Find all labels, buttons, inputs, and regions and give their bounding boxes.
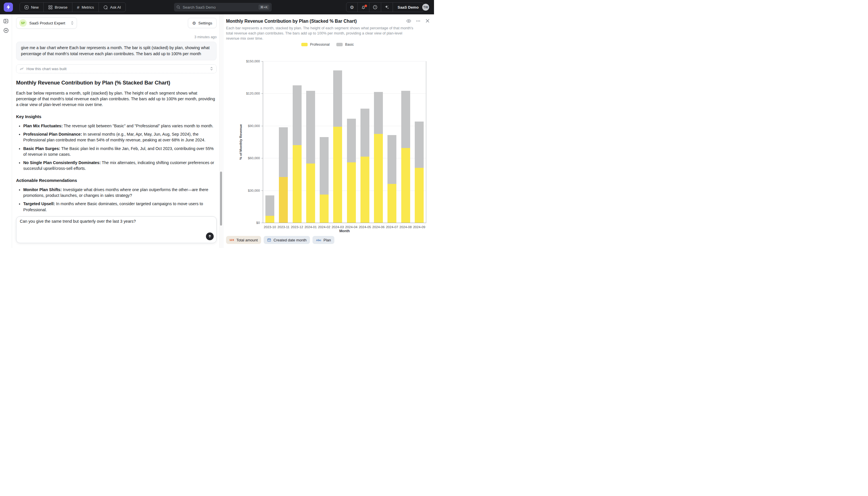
bar-2024-04[interactable] — [347, 119, 356, 223]
chevron-selector-icon — [210, 67, 213, 71]
new-button[interactable]: New — [20, 3, 44, 12]
ask-ai-button[interactable]: Ask AI — [99, 3, 126, 12]
bar-2024-09[interactable] — [415, 122, 424, 223]
more-options-button[interactable] — [416, 18, 421, 24]
bar-segment-professional[interactable] — [360, 157, 369, 223]
bar-2024-03[interactable] — [333, 71, 342, 223]
y-axis-tick — [261, 126, 263, 126]
bar-segment-professional[interactable] — [347, 162, 356, 223]
bar-2024-08[interactable] — [401, 91, 410, 223]
send-button[interactable] — [206, 232, 214, 240]
bar-2023-11[interactable] — [279, 127, 288, 223]
settings-icon-button[interactable]: ⚙ — [347, 3, 358, 12]
bar-2023-12[interactable] — [293, 86, 302, 223]
bar-segment-professional[interactable] — [387, 184, 396, 223]
how-chart-built-toggle[interactable]: How this chart was built — [16, 64, 216, 73]
bar-2024-07[interactable] — [387, 135, 396, 223]
ask-ai-button-label: Ask AI — [110, 5, 121, 10]
y-axis-tick — [261, 190, 263, 191]
bar-segment-basic[interactable] — [279, 127, 288, 177]
bar-segment-basic[interactable] — [401, 91, 410, 148]
bar-segment-basic[interactable] — [320, 137, 328, 195]
bar-2024-02[interactable] — [320, 137, 328, 223]
y-axis-label: $150,000 — [235, 59, 260, 63]
bar-segment-basic[interactable] — [266, 196, 274, 216]
bar-segment-basic[interactable] — [387, 135, 396, 184]
chat-input[interactable]: Can you give the same trend but quarterl… — [20, 218, 204, 241]
list-item: No Single Plan Consistently Dominates: T… — [23, 160, 216, 171]
agent-selector[interactable]: SP SaaS Product Expert — [16, 17, 77, 29]
bar-segment-professional[interactable] — [415, 168, 424, 223]
chat-scrollbar-thumb[interactable] — [220, 172, 222, 226]
search-input[interactable]: Search SaaS Demo ⌘+K — [174, 3, 272, 12]
chart-panel-description: Each bar represents a month, stacked by … — [226, 26, 416, 41]
bar-2024-06[interactable] — [374, 92, 383, 223]
org-switcher[interactable]: SaaS Demo — [393, 3, 423, 12]
chat-scrollbar-track[interactable] — [220, 14, 222, 248]
y-axis-tick — [261, 93, 263, 94]
bar-2024-05[interactable] — [360, 109, 369, 223]
new-thread-button[interactable] — [3, 28, 9, 33]
help-button[interactable]: ? — [369, 3, 381, 12]
bar-segment-professional[interactable] — [279, 177, 288, 223]
app-logo[interactable] — [4, 3, 13, 12]
nav-button-group: New Browse # Metrics Ask AI — [19, 2, 126, 12]
bar-2024-01[interactable] — [306, 91, 315, 223]
agent-settings-button[interactable]: ⚙ Settings — [188, 18, 216, 28]
svg-text:?: ? — [374, 6, 376, 9]
bar-2023-10[interactable] — [266, 196, 274, 223]
bar-segment-professional[interactable] — [293, 145, 302, 223]
bar-segment-professional[interactable] — [333, 127, 342, 223]
bar-segment-professional[interactable] — [401, 148, 410, 223]
chart-panel-title: Monthly Revenue Contribution by Plan (St… — [226, 19, 398, 24]
top-navbar: New Browse # Metrics Ask AI Search SaaS … — [0, 0, 434, 14]
field-chip-plan[interactable]: Abc Plan — [312, 236, 334, 244]
field-chip-label: Total amount — [236, 238, 258, 242]
close-panel-button[interactable] — [425, 18, 430, 24]
plus-square-icon — [25, 5, 29, 10]
bar-segment-professional[interactable] — [374, 134, 383, 223]
view-details-button[interactable] — [406, 18, 411, 24]
bar-segment-professional[interactable] — [320, 195, 328, 222]
key-insights-list: Plan Mix Fluctuates: The revenue split b… — [16, 123, 216, 171]
bar-segment-professional[interactable] — [306, 164, 315, 223]
bar-segment-professional[interactable] — [266, 216, 274, 223]
list-item: Basic Plan Surges: The Basic plan led in… — [23, 146, 216, 157]
field-chip-total-amount[interactable]: 123 Total amount — [226, 236, 261, 244]
notifications-button[interactable] — [358, 3, 369, 12]
close-icon — [425, 18, 430, 23]
bar-segment-basic[interactable] — [333, 71, 342, 127]
legend-item-basic[interactable]: Basic — [336, 43, 354, 47]
user-avatar[interactable]: TW — [422, 4, 429, 11]
agent-avatar: SP — [19, 19, 27, 27]
search-shortcut-badge: ⌘+K — [258, 4, 269, 10]
ai-sparkles-button[interactable] — [381, 3, 393, 12]
how-chart-built-label: How this chart was built — [27, 67, 207, 71]
x-axis-line — [263, 223, 426, 223]
field-chip-label: Created date month — [273, 238, 306, 242]
bar-segment-basic[interactable] — [347, 119, 356, 162]
user-message-bubble: give me a bar chart where Each bar repre… — [16, 42, 216, 60]
y-axis-label: $60,000 — [235, 156, 260, 160]
legend-item-professional[interactable]: Professional — [301, 43, 329, 47]
legend-label: Professional — [310, 43, 329, 47]
y-axis-tick — [261, 158, 263, 158]
expand-sidebar-button[interactable] — [3, 18, 9, 24]
metrics-button[interactable]: # Metrics — [73, 3, 99, 12]
left-rail — [0, 14, 12, 248]
bar-segment-basic[interactable] — [360, 109, 369, 157]
browse-button[interactable]: Browse — [44, 3, 73, 12]
assistant-message: Monthly Revenue Contribution by Plan (% … — [16, 80, 216, 237]
gridline — [263, 61, 426, 62]
metrics-button-label: Metrics — [82, 5, 94, 10]
sidebar-toggle-icon — [3, 18, 9, 24]
bar-segment-basic[interactable] — [374, 92, 383, 134]
key-insights-heading: Key Insights — [16, 114, 216, 119]
bar-segment-basic[interactable] — [293, 86, 302, 145]
field-chip-created-date-month[interactable]: Created date month — [264, 236, 310, 244]
bar-segment-basic[interactable] — [415, 122, 424, 168]
bar-segment-basic[interactable] — [306, 91, 315, 164]
chart-panel: Monthly Revenue Contribution by Plan (St… — [223, 14, 434, 248]
eye-icon — [406, 18, 411, 24]
lightning-bolt-icon — [6, 4, 11, 10]
